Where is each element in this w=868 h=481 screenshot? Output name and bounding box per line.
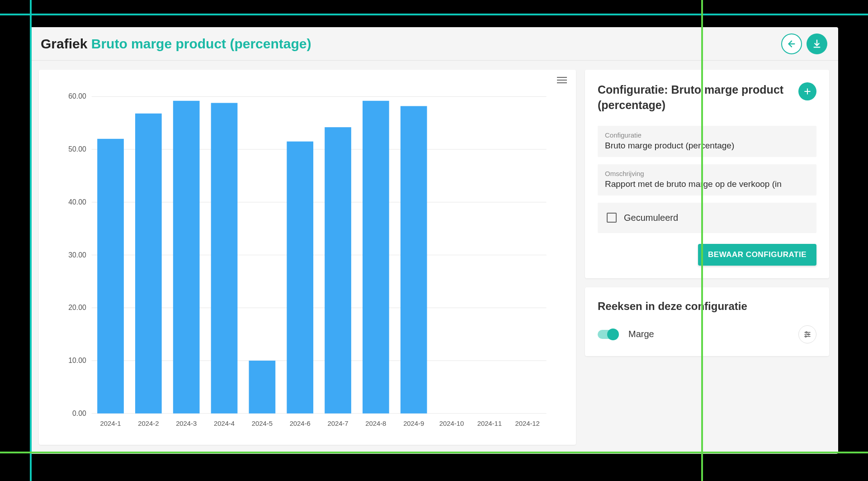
bar-chart: 0.0010.0020.0030.0040.0050.0060.002024-1… (48, 79, 563, 436)
svg-text:2024-11: 2024-11 (477, 420, 502, 427)
bar-2024-3[interactable] (173, 101, 200, 414)
plus-icon (803, 87, 812, 96)
series-settings-button[interactable] (798, 325, 816, 343)
config-desc-field[interactable]: Omschrijving Rapport met de bruto marge … (598, 164, 816, 195)
bar-2024-5[interactable] (249, 361, 275, 414)
svg-text:2024-2: 2024-2 (138, 420, 159, 427)
svg-text:30.00: 30.00 (68, 251, 86, 259)
svg-text:0.00: 0.00 (72, 410, 86, 417)
svg-text:10.00: 10.00 (68, 357, 86, 364)
app-frame: Grafiek Bruto marge product (percentage)… (30, 27, 838, 454)
cumulative-label: Gecumuleerd (624, 213, 678, 223)
config-desc-label: Omschrijving (605, 170, 809, 177)
bar-2024-6[interactable] (287, 142, 313, 414)
svg-text:2024-9: 2024-9 (403, 420, 424, 427)
svg-text:2024-12: 2024-12 (515, 420, 540, 427)
decorative-line (0, 452, 868, 453)
arrow-left-icon (787, 39, 797, 49)
content-area: 0.0010.0020.0030.0040.0050.0060.002024-1… (30, 61, 838, 454)
svg-text:2024-1: 2024-1 (100, 420, 121, 427)
bar-2024-1[interactable] (97, 139, 124, 414)
add-config-button[interactable] (798, 82, 816, 100)
config-name-field[interactable]: Configuratie Bruto marge product (percen… (598, 126, 816, 157)
series-panel: Reeksen in deze configuratie Marge (585, 287, 829, 356)
title-main: Bruto marge product (percentage) (91, 36, 311, 51)
bar-2024-9[interactable] (401, 106, 427, 413)
save-config-button[interactable]: BEWAAR CONFIGURATIE (698, 244, 816, 266)
decorative-line (30, 0, 32, 481)
svg-text:2024-6: 2024-6 (290, 420, 311, 427)
page-header: Grafiek Bruto marge product (percentage) (30, 27, 838, 61)
series-heading: Reeksen in deze configuratie (598, 300, 816, 313)
back-button[interactable] (781, 33, 802, 54)
series-row: Marge (598, 325, 816, 343)
config-desc-value: Rapport met de bruto marge op de verkoop… (605, 179, 809, 189)
bar-2024-7[interactable] (325, 127, 351, 414)
config-name-value: Bruto marge product (percentage) (605, 141, 809, 151)
config-panel: Configuratie: Bruto marge product (perce… (585, 70, 829, 278)
chart-panel: 0.0010.0020.0030.0040.0050.0060.002024-1… (39, 70, 576, 445)
bar-2024-2[interactable] (135, 114, 162, 414)
svg-text:2024-10: 2024-10 (439, 420, 464, 427)
config-name-label: Configuratie (605, 131, 809, 139)
side-column: Configuratie: Bruto marge product (perce… (585, 70, 829, 445)
svg-text:2024-3: 2024-3 (176, 420, 197, 427)
svg-text:2024-5: 2024-5 (252, 420, 273, 427)
svg-text:2024-7: 2024-7 (327, 420, 348, 427)
page-title: Grafiek Bruto marge product (percentage) (41, 36, 311, 52)
sliders-icon (803, 330, 811, 338)
decorative-line (701, 0, 703, 481)
cumulative-checkbox[interactable] (607, 213, 617, 223)
bar-2024-4[interactable] (211, 103, 238, 413)
hamburger-icon (557, 77, 567, 78)
svg-text:40.00: 40.00 (68, 198, 86, 206)
download-button[interactable] (807, 33, 827, 54)
series-name: Marge (628, 329, 788, 339)
bar-2024-8[interactable] (363, 101, 389, 414)
chart-area: 0.0010.0020.0030.0040.0050.0060.002024-1… (48, 79, 563, 436)
svg-text:50.00: 50.00 (68, 145, 86, 153)
svg-point-31 (806, 332, 807, 333)
svg-text:20.00: 20.00 (68, 304, 86, 311)
series-toggle[interactable] (598, 330, 618, 339)
title-prefix: Grafiek (41, 36, 87, 51)
svg-point-33 (808, 333, 809, 335)
svg-text:60.00: 60.00 (68, 92, 86, 100)
svg-point-35 (805, 336, 807, 337)
svg-text:2024-8: 2024-8 (365, 420, 386, 427)
download-icon (812, 39, 822, 49)
config-heading: Configuratie: Bruto marge product (perce… (598, 82, 793, 113)
cumulative-row: Gecumuleerd (598, 203, 816, 233)
decorative-line (0, 14, 868, 15)
svg-text:2024-4: 2024-4 (214, 420, 235, 427)
